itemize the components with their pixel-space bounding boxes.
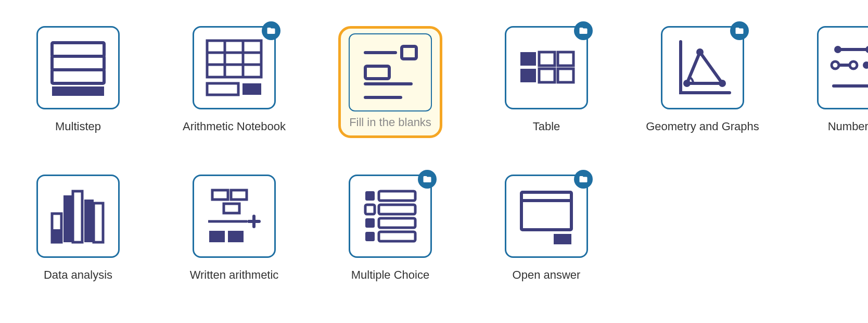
tile-label: Written arithmetic	[190, 267, 279, 283]
svg-rect-57	[379, 232, 415, 241]
svg-point-24	[683, 80, 691, 87]
svg-rect-0	[52, 43, 104, 56]
multistep-icon	[47, 36, 109, 99]
tile-data-analysis[interactable]: Data analysis	[16, 175, 141, 283]
tile-card	[817, 26, 868, 109]
svg-rect-18	[539, 52, 555, 66]
tile-open-answer[interactable]: Open answer	[484, 175, 609, 283]
open-answer-icon	[515, 185, 578, 247]
folder-icon	[418, 170, 437, 189]
svg-point-33	[850, 61, 857, 69]
tile-card	[349, 175, 432, 258]
tile-card	[505, 175, 588, 258]
arithmetic-notebook-icon	[203, 36, 265, 99]
svg-rect-12	[402, 46, 416, 59]
tile-card	[36, 175, 120, 258]
tile-card	[661, 26, 744, 109]
tile-label: Geometry and Graphs	[646, 119, 759, 134]
table-icon	[515, 36, 578, 99]
written-arithmetic-icon	[203, 185, 265, 247]
svg-point-31	[865, 46, 868, 53]
svg-rect-44	[224, 204, 239, 213]
svg-rect-40	[63, 195, 73, 242]
svg-rect-50	[365, 191, 375, 201]
svg-point-30	[834, 46, 841, 53]
svg-rect-52	[365, 232, 375, 241]
svg-rect-38	[94, 203, 103, 242]
tile-label: Data analysis	[44, 267, 112, 283]
svg-rect-42	[212, 190, 228, 200]
svg-rect-13	[365, 66, 389, 79]
svg-rect-51	[365, 218, 375, 228]
svg-rect-60	[554, 234, 571, 244]
tile-geometry-graphs[interactable]: Geometry and Graphs	[640, 26, 765, 154]
folder-icon	[574, 21, 593, 40]
svg-rect-39	[52, 229, 61, 242]
svg-point-34	[863, 61, 868, 69]
tile-inner-frame	[349, 33, 432, 111]
fill-blanks-icon	[359, 41, 422, 104]
tile-label: Table	[533, 119, 560, 134]
tile-label: Fill in the blanks	[349, 115, 431, 130]
svg-rect-53	[365, 205, 375, 214]
tile-label: Open answer	[513, 267, 581, 283]
tile-label: Arithmetic Notebook	[183, 119, 286, 134]
svg-rect-49	[228, 231, 244, 242]
svg-rect-3	[52, 86, 104, 96]
tile-arithmetic-notebook[interactable]: Arithmetic Notebook	[172, 26, 297, 154]
tile-multiple-choice[interactable]: Multiple Choice	[328, 175, 453, 283]
multiple-choice-icon	[359, 185, 422, 247]
svg-rect-43	[231, 190, 247, 200]
tile-number-line[interactable]: Number line	[796, 26, 868, 154]
tile-multistep[interactable]: Multistep	[16, 26, 141, 154]
svg-rect-9	[207, 83, 238, 95]
svg-rect-19	[558, 52, 573, 66]
svg-rect-2	[52, 70, 104, 83]
folder-icon	[730, 21, 749, 40]
svg-rect-56	[379, 218, 415, 228]
svg-rect-20	[539, 69, 555, 82]
tile-fill-blanks[interactable]: Fill in the blanks	[328, 26, 453, 154]
svg-rect-10	[242, 83, 261, 95]
folder-icon	[574, 170, 593, 189]
tile-card	[193, 26, 276, 109]
tile-table[interactable]: Table	[484, 26, 609, 154]
number-line-icon	[827, 36, 868, 99]
tile-card	[36, 26, 120, 109]
svg-rect-17	[520, 69, 536, 82]
tile-label: Multiple Choice	[351, 267, 429, 283]
svg-rect-55	[379, 205, 415, 214]
svg-point-32	[832, 61, 839, 69]
svg-point-23	[696, 48, 704, 56]
tile-label: Number line	[828, 119, 868, 134]
tile-label: Multistep	[55, 119, 101, 134]
svg-rect-41	[84, 200, 94, 242]
svg-rect-58	[521, 192, 571, 230]
type-grid: Multistep Arithmetic Notebook	[16, 26, 852, 282]
folder-icon	[262, 21, 280, 40]
svg-rect-37	[73, 191, 82, 242]
tile-card	[505, 26, 588, 109]
svg-rect-1	[52, 56, 104, 70]
tile-written-arithmetic[interactable]: Written arithmetic	[172, 175, 297, 283]
data-analysis-icon	[47, 185, 109, 247]
svg-point-25	[719, 80, 726, 87]
geometry-graphs-icon	[671, 36, 734, 99]
svg-rect-48	[209, 231, 225, 242]
svg-rect-4	[207, 41, 261, 77]
tile-card	[193, 175, 276, 258]
svg-rect-16	[520, 52, 536, 66]
svg-rect-54	[379, 191, 415, 201]
svg-rect-21	[558, 69, 573, 82]
